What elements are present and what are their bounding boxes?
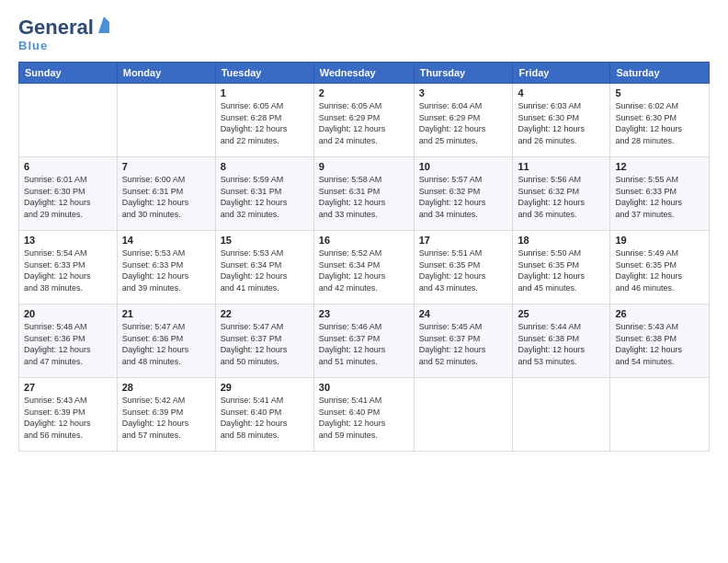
day-info: Sunrise: 5:48 AM Sunset: 6:36 PM Dayligh… [24,321,112,367]
day-info: Sunrise: 5:43 AM Sunset: 6:39 PM Dayligh… [24,395,112,441]
day-cell: 21Sunrise: 5:47 AM Sunset: 6:36 PM Dayli… [117,304,215,378]
day-info: Sunrise: 5:58 AM Sunset: 6:31 PM Dayligh… [319,174,409,220]
calendar-table: SundayMondayTuesdayWednesdayThursdayFrid… [18,62,710,452]
week-row-4: 20Sunrise: 5:48 AM Sunset: 6:36 PM Dayli… [19,304,710,378]
day-number: 26 [615,308,704,319]
day-cell: 23Sunrise: 5:46 AM Sunset: 6:37 PM Dayli… [313,304,414,378]
day-info: Sunrise: 6:03 AM Sunset: 6:30 PM Dayligh… [518,100,605,146]
day-number: 12 [615,161,704,172]
day-number: 1 [221,87,309,98]
day-info: Sunrise: 5:47 AM Sunset: 6:37 PM Dayligh… [221,321,309,367]
day-cell: 11Sunrise: 5:56 AM Sunset: 6:32 PM Dayli… [513,157,610,231]
day-number: 9 [319,161,409,172]
day-info: Sunrise: 5:54 AM Sunset: 6:33 PM Dayligh… [24,247,112,293]
day-cell [117,84,215,157]
weekday-thursday: Thursday [414,63,513,84]
day-number: 17 [419,235,508,246]
day-number: 27 [24,382,112,393]
day-info: Sunrise: 5:42 AM Sunset: 6:39 PM Dayligh… [122,395,210,441]
day-info: Sunrise: 5:49 AM Sunset: 6:35 PM Dayligh… [615,247,704,293]
day-cell: 5Sunrise: 6:02 AM Sunset: 6:30 PM Daylig… [610,84,710,157]
day-cell: 28Sunrise: 5:42 AM Sunset: 6:39 PM Dayli… [117,378,215,452]
day-info: Sunrise: 5:52 AM Sunset: 6:34 PM Dayligh… [319,247,409,293]
day-cell: 16Sunrise: 5:52 AM Sunset: 6:34 PM Dayli… [313,231,414,304]
day-info: Sunrise: 5:50 AM Sunset: 6:35 PM Dayligh… [518,247,605,293]
day-number: 7 [122,161,210,172]
day-cell: 24Sunrise: 5:45 AM Sunset: 6:37 PM Dayli… [414,304,513,378]
day-info: Sunrise: 5:43 AM Sunset: 6:38 PM Dayligh… [615,321,704,367]
day-number: 13 [24,235,112,246]
day-cell: 26Sunrise: 5:43 AM Sunset: 6:38 PM Dayli… [610,304,710,378]
day-number: 4 [518,87,605,98]
day-number: 11 [518,161,605,172]
day-cell: 13Sunrise: 5:54 AM Sunset: 6:33 PM Dayli… [19,231,118,304]
day-number: 25 [518,308,605,319]
day-cell: 4Sunrise: 6:03 AM Sunset: 6:30 PM Daylig… [513,84,610,157]
day-cell [414,378,513,452]
day-number: 14 [122,235,210,246]
day-cell: 9Sunrise: 5:58 AM Sunset: 6:31 PM Daylig… [313,157,414,231]
day-cell: 14Sunrise: 5:53 AM Sunset: 6:33 PM Dayli… [117,231,215,304]
day-cell: 2Sunrise: 6:05 AM Sunset: 6:29 PM Daylig… [313,84,414,157]
day-number: 10 [419,161,508,172]
day-number: 8 [221,161,309,172]
day-info: Sunrise: 6:01 AM Sunset: 6:30 PM Dayligh… [24,174,112,220]
week-row-1: 1Sunrise: 6:05 AM Sunset: 6:28 PM Daylig… [19,84,710,157]
day-cell: 25Sunrise: 5:44 AM Sunset: 6:38 PM Dayli… [513,304,610,378]
day-cell [610,378,710,452]
week-row-3: 13Sunrise: 5:54 AM Sunset: 6:33 PM Dayli… [19,231,710,304]
day-cell: 18Sunrise: 5:50 AM Sunset: 6:35 PM Dayli… [513,231,610,304]
day-number: 21 [122,308,210,319]
day-info: Sunrise: 5:41 AM Sunset: 6:40 PM Dayligh… [221,395,309,441]
day-number: 15 [221,235,309,246]
day-number: 3 [419,87,508,98]
day-number: 22 [221,308,309,319]
day-info: Sunrise: 6:00 AM Sunset: 6:31 PM Dayligh… [122,174,210,220]
weekday-tuesday: Tuesday [215,63,313,84]
weekday-wednesday: Wednesday [313,63,414,84]
day-cell: 22Sunrise: 5:47 AM Sunset: 6:37 PM Dayli… [215,304,313,378]
day-info: Sunrise: 5:44 AM Sunset: 6:38 PM Dayligh… [518,321,605,367]
day-info: Sunrise: 5:53 AM Sunset: 6:33 PM Dayligh… [122,247,210,293]
day-number: 30 [319,382,409,393]
day-cell: 30Sunrise: 5:41 AM Sunset: 6:40 PM Dayli… [313,378,414,452]
day-info: Sunrise: 5:51 AM Sunset: 6:35 PM Dayligh… [419,247,508,293]
day-number: 16 [319,235,409,246]
day-cell [513,378,610,452]
day-info: Sunrise: 5:45 AM Sunset: 6:37 PM Dayligh… [419,321,508,367]
day-info: Sunrise: 5:55 AM Sunset: 6:33 PM Dayligh… [615,174,704,220]
day-cell: 27Sunrise: 5:43 AM Sunset: 6:39 PM Dayli… [19,378,118,452]
day-cell: 10Sunrise: 5:57 AM Sunset: 6:32 PM Dayli… [414,157,513,231]
day-cell: 7Sunrise: 6:00 AM Sunset: 6:31 PM Daylig… [117,157,215,231]
day-info: Sunrise: 6:02 AM Sunset: 6:30 PM Dayligh… [615,100,704,146]
day-cell: 1Sunrise: 6:05 AM Sunset: 6:28 PM Daylig… [215,84,313,157]
day-cell: 29Sunrise: 5:41 AM Sunset: 6:40 PM Dayli… [215,378,313,452]
day-cell: 3Sunrise: 6:04 AM Sunset: 6:29 PM Daylig… [414,84,513,157]
logo: General Blue [18,17,113,52]
week-row-5: 27Sunrise: 5:43 AM Sunset: 6:39 PM Dayli… [19,378,710,452]
day-info: Sunrise: 6:04 AM Sunset: 6:29 PM Dayligh… [419,100,508,146]
day-cell: 12Sunrise: 5:55 AM Sunset: 6:33 PM Dayli… [610,157,710,231]
day-info: Sunrise: 5:56 AM Sunset: 6:32 PM Dayligh… [518,174,605,220]
day-cell: 8Sunrise: 5:59 AM Sunset: 6:31 PM Daylig… [215,157,313,231]
day-number: 5 [615,87,704,98]
day-number: 2 [319,87,409,98]
day-cell: 6Sunrise: 6:01 AM Sunset: 6:30 PM Daylig… [19,157,118,231]
weekday-monday: Monday [117,63,215,84]
day-cell: 19Sunrise: 5:49 AM Sunset: 6:35 PM Dayli… [610,231,710,304]
weekday-friday: Friday [513,63,610,84]
day-cell [19,84,118,157]
week-row-2: 6Sunrise: 6:01 AM Sunset: 6:30 PM Daylig… [19,157,710,231]
day-number: 24 [419,308,508,319]
day-info: Sunrise: 5:53 AM Sunset: 6:34 PM Dayligh… [221,247,309,293]
header: General Blue [18,17,710,52]
day-cell: 15Sunrise: 5:53 AM Sunset: 6:34 PM Dayli… [215,231,313,304]
day-cell: 20Sunrise: 5:48 AM Sunset: 6:36 PM Dayli… [19,304,118,378]
day-info: Sunrise: 5:57 AM Sunset: 6:32 PM Dayligh… [419,174,508,220]
svg-marker-0 [98,17,109,33]
day-number: 20 [24,308,112,319]
logo-icon [95,17,113,35]
weekday-sunday: Sunday [19,63,118,84]
day-info: Sunrise: 5:59 AM Sunset: 6:31 PM Dayligh… [221,174,309,220]
day-info: Sunrise: 6:05 AM Sunset: 6:29 PM Dayligh… [319,100,409,146]
